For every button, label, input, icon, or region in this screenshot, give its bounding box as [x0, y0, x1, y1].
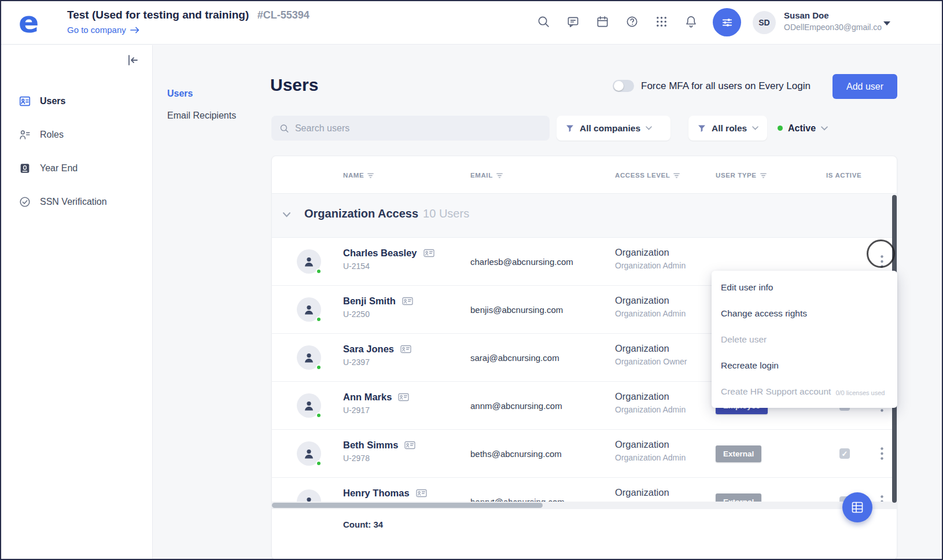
user-id: U-2397	[343, 358, 411, 367]
menu-item-create-hr-support-account: Create HR Support account 0/0 licenses u…	[712, 378, 897, 404]
page-title: Users	[270, 75, 318, 95]
sidebar-item-users[interactable]: Users	[19, 95, 65, 108]
active-status-dot	[778, 126, 783, 131]
mfa-toggle[interactable]	[613, 80, 634, 92]
user-meta[interactable]: Susan Doe ODellEmpeon30@gmail.co	[784, 10, 882, 32]
id-card-icon[interactable]	[416, 489, 427, 498]
apps-grid-icon[interactable]	[655, 15, 668, 28]
avatar	[297, 249, 321, 274]
column-label: EMAIL	[470, 172, 493, 179]
user-email: beths@abcnursing.com	[470, 449, 562, 459]
group-header-row: Organization Access10 Users	[272, 194, 897, 238]
column-header-email[interactable]: EMAIL	[470, 172, 503, 179]
column-header-is-active: IS ACTIVE	[826, 172, 861, 179]
notifications-bell-icon[interactable]	[684, 15, 698, 28]
toggle-knob	[614, 81, 624, 91]
chevron-down-icon	[752, 126, 758, 130]
user-avatar[interactable]: SD	[753, 11, 776, 34]
menu-item-label: Create HR Support account	[721, 386, 831, 397]
online-status-dot	[316, 412, 322, 418]
search-icon[interactable]	[537, 15, 550, 28]
sidebar-collapse-icon[interactable]	[126, 53, 139, 67]
online-status-dot	[316, 268, 322, 274]
help-icon[interactable]	[625, 15, 639, 28]
row-actions-kebab-icon[interactable]	[876, 445, 887, 462]
menu-item-change-access-rights[interactable]: Change access rights	[712, 300, 897, 326]
access-cell: Organization Organization Admin	[615, 295, 686, 318]
user-email: saraj@abcnursing.com	[470, 353, 559, 363]
subnav-item-users[interactable]: Users	[167, 89, 193, 99]
access-level: Organization	[615, 439, 686, 450]
menu-item-recreate-login[interactable]: Recreate login	[712, 352, 897, 378]
name-cell: Henry Thomas	[343, 488, 427, 499]
menu-item-edit-user-info[interactable]: Edit user info	[712, 274, 897, 300]
sliders-icon	[721, 16, 734, 29]
avatar	[297, 489, 321, 502]
status-filter-label: Active	[788, 123, 816, 134]
is-active-checkbox[interactable]: ✓	[839, 448, 850, 459]
sort-filter-icon	[496, 173, 503, 178]
column-header-name[interactable]: NAME	[343, 172, 374, 179]
table-row: Henry Thomas henryt@abcnursing.com Organ…	[272, 478, 897, 502]
go-to-company-link[interactable]: Go to company	[67, 25, 139, 35]
id-card-icon[interactable]	[400, 345, 411, 353]
column-header-access-level[interactable]: ACCESS LEVEL	[615, 172, 680, 179]
row-actions-kebab-icon[interactable]	[876, 493, 887, 502]
status-filter[interactable]: Active	[778, 116, 828, 141]
column-label: USER TYPE	[716, 172, 757, 179]
access-role: Organization Admin	[615, 309, 686, 318]
row-count: Count: 34	[343, 520, 383, 529]
user-fullname: Sara Jones	[343, 344, 394, 355]
column-header-user-type[interactable]: USER TYPE	[716, 172, 767, 179]
id-card-icon[interactable]	[423, 249, 434, 257]
row-actions-kebab-icon[interactable]	[876, 253, 887, 270]
account-chevron-down-icon[interactable]	[883, 21, 891, 26]
user-id: U-2917	[343, 406, 409, 415]
horizontal-scrollbar-thumb[interactable]	[272, 503, 543, 508]
user-type-badge: External	[716, 445, 761, 462]
messages-icon[interactable]	[566, 15, 580, 28]
company-title: Test (Used for testing and training)	[67, 9, 249, 21]
access-cell: Organization	[615, 487, 669, 498]
access-cell: Organization Organization Owner	[615, 343, 687, 366]
user-type-badge: External	[716, 493, 761, 502]
calendar-icon[interactable]	[596, 15, 609, 28]
menu-item-delete-user: Delete user	[712, 326, 897, 352]
year-end-icon	[19, 162, 31, 175]
roles-person-icon	[19, 128, 31, 141]
companies-filter[interactable]: All companies	[557, 116, 671, 141]
column-label: ACCESS LEVEL	[615, 172, 670, 179]
user-email: annm@abcnursing.com	[470, 401, 562, 411]
company-client-id: #CL-55394	[257, 9, 310, 21]
online-status-dot	[316, 316, 322, 322]
access-level: Organization	[615, 487, 669, 498]
person-avatar-icon	[297, 489, 321, 502]
id-card-icon[interactable]	[398, 393, 409, 401]
group-collapse-chevron-icon[interactable]	[282, 212, 291, 218]
avatar	[297, 441, 321, 466]
sidebar-item-label: Users	[40, 96, 65, 106]
group-user-count: 10 Users	[423, 207, 469, 220]
name-cell: Benji Smith U-2250	[343, 296, 413, 319]
access-cell: Organization Organization Admin	[615, 439, 686, 462]
id-card-icon[interactable]	[404, 441, 415, 450]
roles-filter[interactable]: All roles	[688, 116, 767, 141]
chevron-down-icon	[646, 126, 652, 130]
search-input[interactable]	[295, 123, 542, 134]
app-window: e Test (Used for testing and training) #…	[0, 0, 943, 560]
sidebar: Users Roles Year End SSN Verification	[1, 45, 153, 559]
mfa-toggle-label: Force MFA for all users on Every Login	[641, 80, 811, 92]
preferences-sliders-button[interactable]	[713, 8, 741, 36]
header-user-name: Susan Doe	[784, 10, 882, 20]
add-user-button[interactable]: Add user	[833, 74, 897, 99]
group-title-text: Organization Access	[304, 207, 418, 220]
sidebar-item-year-end[interactable]: Year End	[19, 162, 78, 175]
id-card-icon[interactable]	[402, 297, 413, 305]
name-cell: Beth Simms U-2978	[343, 440, 415, 463]
sidebar-item-roles[interactable]: Roles	[19, 128, 64, 141]
app-logo-icon: e	[19, 6, 45, 38]
export-excel-fab-button[interactable]	[842, 492, 872, 522]
sidebar-item-ssn-verification[interactable]: SSN Verification	[19, 196, 107, 208]
access-role: Organization Admin	[615, 405, 686, 414]
subnav-item-email-recipients[interactable]: Email Recipients	[167, 110, 236, 121]
